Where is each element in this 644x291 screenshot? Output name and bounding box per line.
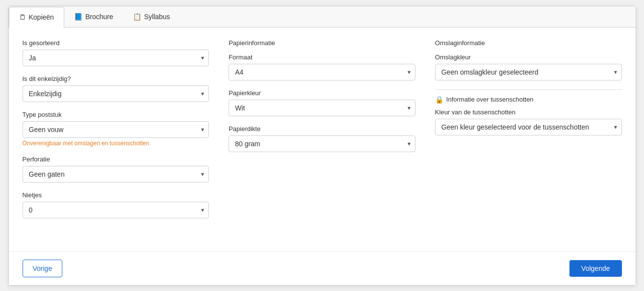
field-omslagkleur: Omslagkleur Geen omslagkleur geselecteer…	[435, 53, 622, 80]
field-type-poststuk: Type poststuk Geen vouw Enkele vouw Dubb…	[23, 111, 209, 147]
volgende-button[interactable]: Volgende	[569, 260, 621, 277]
label-nietjes: Nietjes	[23, 191, 209, 199]
select-is-gesorteerd[interactable]: Ja Nee	[23, 50, 209, 66]
omslaig-static-title: Omslaginformatie	[435, 39, 622, 47]
field-kleur-tussenschotten: Kleur van de tussenschotten Geen kleur g…	[435, 108, 622, 135]
tab-bar: 🗒 Kopieën 📘 Brochure 📋 Syllabus	[9, 6, 636, 27]
main-content: Is gesorteerd Ja Nee ▾ Is dit enkelzijdi…	[9, 27, 636, 251]
tab-syllabus[interactable]: 📋 Syllabus	[123, 7, 180, 27]
select-kleur-tussenschotten[interactable]: Geen kleur geselecteerd voor de tussensc…	[435, 119, 622, 135]
select-wrapper-omslagkleur: Geen omslagkleur geselecteerd Wit Zwart …	[435, 64, 622, 80]
columns-layout: Is gesorteerd Ja Nee ▾ Is dit enkelzijdi…	[23, 39, 622, 239]
field-formaat: Formaat A4 A3 A5 Letter ▾	[229, 53, 415, 80]
locked-section-title: 🔒 Informatie over tussenschotten	[435, 96, 622, 104]
select-formaat[interactable]: A4 A3 A5 Letter	[229, 64, 415, 80]
lock-icon: 🔒	[435, 96, 443, 104]
select-wrapper-type-poststuk: Geen vouw Enkele vouw Dubbele vouw ▾	[23, 121, 209, 138]
field-papierdikte: Papierdikte 80 gram 90 gram 100 gram 120…	[229, 125, 415, 152]
copy-icon: 🗒	[19, 13, 26, 21]
label-papierkleur: Papierkleur	[229, 89, 415, 97]
tab-brochure-label: Brochure	[85, 13, 113, 21]
select-perforatie[interactable]: Geen gaten 2 gaten 4 gaten	[23, 166, 209, 183]
papier-section-heading: Papierinformatie	[229, 39, 415, 47]
field-is-gesorteerd: Is gesorteerd Ja Nee ▾	[23, 39, 209, 66]
tab-brochure[interactable]: 📘 Brochure	[64, 7, 123, 27]
label-kleur-tussenschotten: Kleur van de tussenschotten	[435, 108, 622, 116]
select-wrapper-is-enkelzijdig: Enkelzijdig Dubbelzijdig ▾	[23, 85, 209, 102]
label-omslagkleur: Omslagkleur	[435, 53, 622, 61]
field-nietjes: Nietjes 0 1 2 ▾	[23, 191, 209, 218]
select-wrapper-nietjes: 0 1 2 ▾	[23, 202, 209, 218]
tab-kopieen-label: Kopieën	[29, 13, 54, 21]
select-wrapper-papierkleur: Wit Geel Blauw Groen ▾	[229, 100, 415, 116]
select-wrapper-kleur-tussenschotten: Geen kleur geselecteerd voor de tussensc…	[435, 119, 622, 135]
select-wrapper-papierdikte: 80 gram 90 gram 100 gram 120 gram ▾	[229, 135, 415, 152]
select-omslagkleur[interactable]: Geen omslagkleur geselecteerd Wit Zwart …	[435, 64, 622, 80]
label-is-enkelzijdig: Is dit enkelzijdig?	[23, 75, 209, 82]
right-column: Omslaginformatie Omslagkleur Geen omslag…	[435, 39, 622, 239]
select-papierdikte[interactable]: 80 gram 90 gram 100 gram 120 gram	[229, 135, 415, 152]
locked-section-label: Informatie over tussenschotten	[446, 96, 534, 103]
label-papierdikte: Papierdikte	[229, 125, 415, 132]
footer: Vorige Volgende	[9, 251, 636, 285]
select-nietjes[interactable]: 0 1 2	[23, 202, 209, 218]
label-perforatie: Perforatie	[23, 156, 209, 163]
select-papierkleur[interactable]: Wit Geel Blauw Groen	[229, 100, 415, 116]
field-is-enkelzijdig: Is dit enkelzijdig? Enkelzijdig Dubbelzi…	[23, 75, 209, 102]
label-type-poststuk: Type poststuk	[23, 111, 209, 118]
syllabus-icon: 📋	[133, 13, 141, 21]
main-window: 🗒 Kopieën 📘 Brochure 📋 Syllabus Is gesor…	[8, 6, 636, 286]
brochure-icon: 📘	[74, 13, 82, 21]
select-type-poststuk[interactable]: Geen vouw Enkele vouw Dubbele vouw	[23, 121, 209, 138]
tab-kopieen[interactable]: 🗒 Kopieën	[9, 7, 64, 28]
warning-type-poststuk: Onverenigbaar met omslagen en tussenscho…	[23, 140, 209, 147]
tab-syllabus-label: Syllabus	[144, 13, 170, 21]
middle-column: Papierinformatie Formaat A4 A3 A5 Letter…	[229, 39, 435, 239]
select-wrapper-formaat: A4 A3 A5 Letter ▾	[229, 64, 415, 80]
label-formaat: Formaat	[229, 53, 415, 61]
label-is-gesorteerd: Is gesorteerd	[23, 39, 209, 47]
section-divider	[435, 89, 622, 90]
field-papierkleur: Papierkleur Wit Geel Blauw Groen ▾	[229, 89, 415, 116]
select-is-enkelzijdig[interactable]: Enkelzijdig Dubbelzijdig	[23, 85, 209, 102]
select-wrapper-perforatie: Geen gaten 2 gaten 4 gaten ▾	[23, 166, 209, 183]
left-column: Is gesorteerd Ja Nee ▾ Is dit enkelzijdi…	[23, 39, 229, 239]
vorige-button[interactable]: Vorige	[23, 260, 63, 277]
field-perforatie: Perforatie Geen gaten 2 gaten 4 gaten ▾	[23, 156, 209, 183]
select-wrapper-is-gesorteerd: Ja Nee ▾	[23, 50, 209, 66]
